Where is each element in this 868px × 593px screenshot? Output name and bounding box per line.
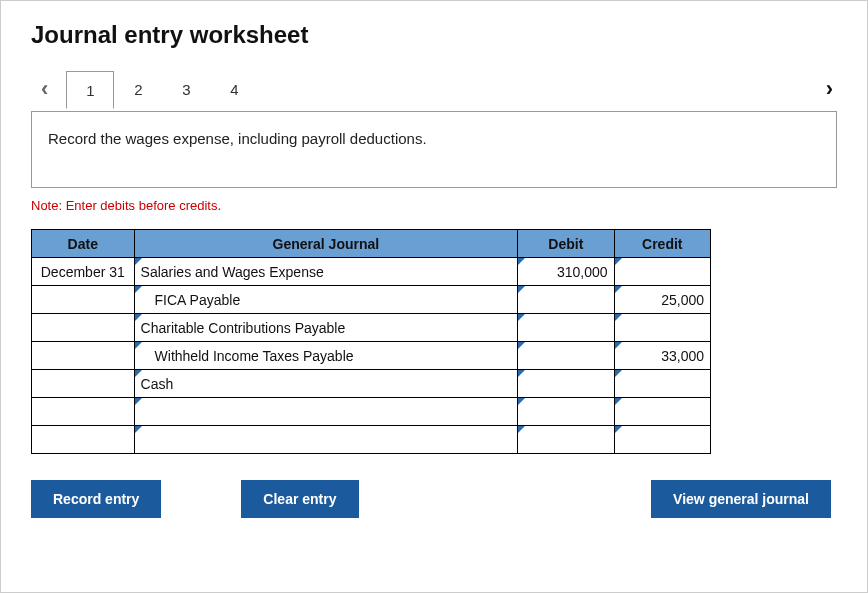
debit-cell[interactable] <box>518 342 614 370</box>
debit-cell[interactable] <box>518 370 614 398</box>
account-cell[interactable]: Salaries and Wages Expense <box>134 258 518 286</box>
account-cell[interactable]: Charitable Contributions Payable <box>134 314 518 342</box>
journal-table: Date General Journal Debit Credit Decemb… <box>31 229 711 454</box>
table-row <box>32 398 711 426</box>
debit-cell[interactable]: 310,000 <box>518 258 614 286</box>
clear-entry-button[interactable]: Clear entry <box>241 480 358 518</box>
debit-cell[interactable] <box>518 426 614 454</box>
date-cell[interactable] <box>32 398 135 426</box>
table-row <box>32 426 711 454</box>
credit-cell[interactable] <box>614 398 710 426</box>
account-cell[interactable] <box>134 398 518 426</box>
debit-cell[interactable] <box>518 314 614 342</box>
credit-cell[interactable] <box>614 258 710 286</box>
next-icon[interactable]: › <box>816 72 843 106</box>
header-general-journal: General Journal <box>134 230 518 258</box>
date-cell[interactable] <box>32 286 135 314</box>
note-text: Note: Enter debits before credits. <box>31 198 837 213</box>
debit-cell[interactable] <box>518 286 614 314</box>
credit-cell[interactable] <box>614 370 710 398</box>
account-cell[interactable] <box>134 426 518 454</box>
header-credit: Credit <box>614 230 710 258</box>
tab-4[interactable]: 4 <box>210 70 258 108</box>
debit-cell[interactable] <box>518 398 614 426</box>
tab-strip: 1 2 3 4 <box>66 70 258 108</box>
table-row: Cash <box>32 370 711 398</box>
date-cell[interactable]: December 31 <box>32 258 135 286</box>
tab-3[interactable]: 3 <box>162 70 210 108</box>
credit-cell[interactable] <box>614 314 710 342</box>
table-row: December 31 Salaries and Wages Expense 3… <box>32 258 711 286</box>
date-cell[interactable] <box>32 370 135 398</box>
credit-cell[interactable] <box>614 426 710 454</box>
record-entry-button[interactable]: Record entry <box>31 480 161 518</box>
prev-icon[interactable]: ‹ <box>31 72 58 106</box>
table-row: FICA Payable 25,000 <box>32 286 711 314</box>
header-debit: Debit <box>518 230 614 258</box>
credit-cell[interactable]: 25,000 <box>614 286 710 314</box>
date-cell[interactable] <box>32 342 135 370</box>
account-cell[interactable]: Cash <box>134 370 518 398</box>
date-cell[interactable] <box>32 426 135 454</box>
view-general-journal-button[interactable]: View general journal <box>651 480 831 518</box>
account-cell[interactable]: Withheld Income Taxes Payable <box>134 342 518 370</box>
tab-2[interactable]: 2 <box>114 70 162 108</box>
account-cell[interactable]: FICA Payable <box>134 286 518 314</box>
tab-1[interactable]: 1 <box>66 71 114 109</box>
date-cell[interactable] <box>32 314 135 342</box>
table-row: Withheld Income Taxes Payable 33,000 <box>32 342 711 370</box>
instruction-box: Record the wages expense, including payr… <box>31 111 837 188</box>
tabs-row: ‹ 1 2 3 4 › <box>31 67 837 111</box>
page-title: Journal entry worksheet <box>31 21 837 49</box>
buttons-row: Record entry Clear entry View general jo… <box>31 480 831 518</box>
header-date: Date <box>32 230 135 258</box>
instruction-text: Record the wages expense, including payr… <box>48 130 427 147</box>
credit-cell[interactable]: 33,000 <box>614 342 710 370</box>
table-row: Charitable Contributions Payable <box>32 314 711 342</box>
